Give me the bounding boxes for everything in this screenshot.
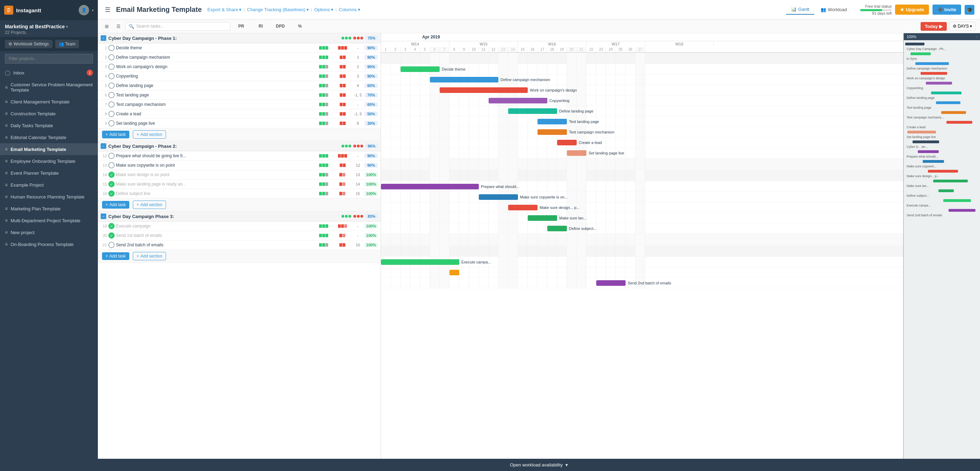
section-header-phase3: − Cyber Day Campaign Phase 3: 83% bbox=[98, 212, 380, 221]
avatar[interactable]: 👤 bbox=[79, 5, 89, 15]
tab-workload[interactable]: 👥 Workload bbox=[816, 5, 852, 14]
gantt-day-cell-body bbox=[449, 246, 459, 256]
task-check-button[interactable] bbox=[108, 64, 115, 70]
search-input[interactable] bbox=[136, 24, 227, 29]
add-column-button[interactable]: ⊞ bbox=[102, 22, 111, 30]
gantt-day-cell-body bbox=[469, 127, 479, 137]
dpd-cell: - bbox=[353, 224, 363, 228]
task-check-button[interactable]: ✓ bbox=[108, 172, 115, 178]
view-toggle-button[interactable]: ☰ bbox=[114, 22, 123, 30]
gantt-day-cell-body bbox=[528, 53, 538, 64]
task-check-button[interactable] bbox=[108, 111, 115, 117]
gantt-day-cell-body bbox=[449, 127, 459, 137]
add-section-button[interactable]: + Add section bbox=[133, 200, 166, 209]
today-button[interactable]: Today ▶ bbox=[921, 22, 947, 31]
workspace-name[interactable]: Marketing at BestPractice ▾ bbox=[5, 24, 93, 29]
sidebar-item-editorial-calendar[interactable]: ≡ Editorial Calendar Template bbox=[0, 131, 98, 143]
export-share-button[interactable]: Export & Share ▾ bbox=[207, 7, 242, 12]
gantt-bar: Work on campaign's design bbox=[440, 88, 528, 93]
task-check-button[interactable] bbox=[108, 120, 115, 126]
gantt-day-cell-body bbox=[625, 127, 635, 137]
add-task-button[interactable]: + Add task bbox=[102, 252, 129, 260]
task-check-button[interactable] bbox=[108, 54, 115, 60]
gantt-row: Create a lead bbox=[381, 137, 903, 148]
task-check-button[interactable] bbox=[108, 83, 115, 89]
task-check-button[interactable]: ✓ bbox=[108, 232, 115, 239]
sidebar-item-multi-department[interactable]: ≡ Multi-Department Project Template bbox=[0, 215, 98, 226]
sidebar-item-employee-onboarding[interactable]: ≡ Employee Onboarding Template bbox=[0, 155, 98, 167]
sidebar-item-daily-tasks[interactable]: ≡ Daily Tasks Template bbox=[0, 119, 98, 131]
dpd-cell: - bbox=[353, 102, 363, 107]
workload-availability-button[interactable]: Open workload availability ▾ bbox=[381, 459, 903, 471]
gantt-week-label: W18 bbox=[645, 41, 714, 47]
gantt-day-cell-body bbox=[625, 246, 635, 256]
task-check-button[interactable] bbox=[108, 92, 115, 98]
gantt-chart[interactable]: Apr 2019 W14W15W16W17W18 123456789101112… bbox=[381, 33, 903, 471]
columns-button[interactable]: Columns ▾ bbox=[339, 7, 360, 12]
change-tracking-button[interactable]: Change Tracking (Baselines) ▾ bbox=[247, 7, 309, 12]
task-check-button[interactable] bbox=[108, 162, 115, 169]
sidebar-item-example-project[interactable]: ≡ Example Project bbox=[0, 179, 98, 191]
gantt-day-cell-body bbox=[625, 213, 635, 223]
sidebar-item-event-planner[interactable]: ≡ Event Planner Template bbox=[0, 167, 98, 179]
tab-gantt[interactable]: 📊 Gantt bbox=[786, 5, 815, 15]
gantt-day-cell-body bbox=[606, 213, 616, 223]
hamburger-button[interactable]: ☰ bbox=[103, 5, 112, 15]
section-collapse-button[interactable]: − bbox=[101, 143, 106, 149]
nav-icon: ≡ bbox=[5, 229, 8, 235]
workbook-settings-button[interactable]: ⚙ Workbook Settings bbox=[5, 40, 52, 48]
task-check-button[interactable] bbox=[108, 242, 115, 248]
gantt-day-cell-body bbox=[587, 85, 596, 95]
gantt-bar: Decide theme bbox=[401, 66, 440, 72]
gantt-day-cell-body bbox=[557, 148, 567, 158]
filter-projects-input[interactable] bbox=[5, 54, 93, 64]
gantt-day-cell-body bbox=[479, 246, 488, 256]
task-check-button[interactable] bbox=[108, 73, 115, 79]
gantt-day-cell-body bbox=[459, 148, 469, 158]
sidebar-item-email-marketing[interactable]: ≡ Email Marketing Template bbox=[0, 143, 98, 155]
upgrade-button[interactable]: ★ Upgrade bbox=[895, 5, 929, 15]
sidebar-item-client-management[interactable]: ≡ Client Management Template bbox=[0, 96, 98, 108]
task-check-button[interactable] bbox=[108, 45, 115, 51]
add-section-button[interactable]: + Add section bbox=[133, 252, 166, 260]
help-button[interactable]: 🎓 bbox=[965, 5, 974, 15]
gantt-bar-label: Send 2nd batch of emails bbox=[628, 281, 671, 285]
mini-task-item: Define landing page bbox=[905, 91, 978, 100]
percent-badge: 75% bbox=[365, 36, 378, 41]
task-check-button[interactable] bbox=[108, 101, 115, 108]
gantt-day-cell-body bbox=[410, 106, 420, 116]
days-view-button[interactable]: ⚙ DAYS ▾ bbox=[949, 22, 976, 31]
task-check-button[interactable]: ✓ bbox=[108, 191, 115, 197]
sidebar-item-customer-service[interactable]: ≡ Customer Service Problem Management Te… bbox=[0, 79, 98, 96]
gantt-day-cell-body bbox=[410, 246, 420, 256]
section-collapse-button[interactable]: − bbox=[101, 213, 106, 219]
team-button[interactable]: 👥 Team bbox=[55, 40, 79, 48]
add-task-button[interactable]: + Add task bbox=[102, 130, 129, 138]
add-task-button[interactable]: + Add task bbox=[102, 201, 129, 208]
gantt-day-cell-body bbox=[498, 257, 508, 267]
gantt-bar: Make sure design... p... bbox=[508, 205, 538, 210]
gantt-day-cell-body bbox=[577, 95, 587, 105]
sidebar-item-marketing-plan[interactable]: ≡ Marketing Plan Template bbox=[0, 203, 98, 215]
gantt-row: Test landing page bbox=[381, 116, 903, 127]
gantt-day-cell-body bbox=[587, 53, 596, 64]
sidebar-item-construction[interactable]: ≡ Construction Template bbox=[0, 108, 98, 119]
gantt-day-cell-body bbox=[528, 137, 538, 148]
task-check-button[interactable]: ✓ bbox=[108, 223, 115, 229]
gantt-bar-label: Set landing page live bbox=[589, 151, 624, 155]
sidebar-item-new-project[interactable]: ≡ New project bbox=[0, 226, 98, 238]
gantt-day-cell-body bbox=[635, 116, 645, 126]
sidebar-item-on-boarding[interactable]: ≡ On-Boarding Process Template bbox=[0, 238, 98, 250]
sidebar-item-human-resource[interactable]: ≡ Human Resource Planning Template bbox=[0, 191, 98, 203]
task-check-button[interactable]: ✓ bbox=[108, 181, 115, 187]
add-section-button[interactable]: + Add section bbox=[133, 130, 166, 139]
task-row: 6 Test landing page -1, 5 70% bbox=[98, 91, 380, 100]
gantt-day-cell-body bbox=[567, 181, 577, 191]
gantt-day-cell-body bbox=[528, 257, 538, 267]
sidebar-item-inbox[interactable]: ◯ Inbox 1 bbox=[0, 66, 98, 79]
section-collapse-button[interactable]: − bbox=[101, 35, 106, 41]
gantt-day-cell-body bbox=[469, 170, 479, 181]
invite-button[interactable]: ➕ Invite bbox=[932, 5, 961, 15]
task-check-button[interactable] bbox=[108, 153, 115, 159]
options-button[interactable]: Options ▾ bbox=[314, 7, 333, 12]
